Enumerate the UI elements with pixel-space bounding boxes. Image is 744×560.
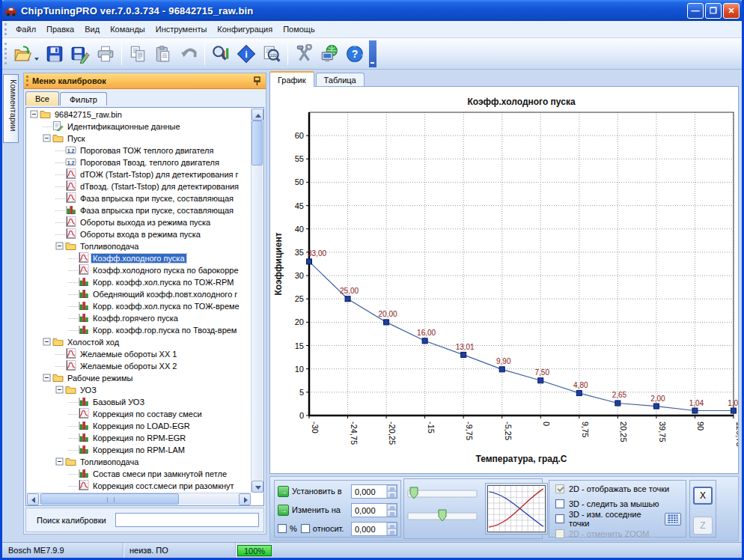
menu-6[interactable]: Помощь [278, 22, 320, 37]
option-checkbox-0[interactable] [555, 484, 564, 493]
tree-item[interactable]: Идентификационные данные [27, 121, 251, 133]
tree-item[interactable]: Фаза впрыска при пуске, составляющая [27, 192, 251, 204]
curve-preview[interactable] [485, 483, 548, 535]
tree-item[interactable]: Коррекция по LOAD-EGR [27, 420, 251, 432]
tree-item[interactable]: Корр. коэфф.гор.пуска по Твозд-врем [27, 324, 251, 336]
chart-panel[interactable]: Коэфф.холодного пуска0510152025303540455… [269, 86, 739, 474]
tab-graph[interactable]: График [269, 71, 314, 87]
tab-filter[interactable]: Фильтр [60, 92, 107, 106]
relative-checkbox[interactable] [301, 524, 310, 533]
slider-2[interactable] [407, 508, 479, 525]
spin-up-button[interactable] [387, 485, 397, 492]
apply-set-button[interactable]: → [278, 486, 289, 497]
tree-expand-toggle[interactable] [55, 386, 64, 395]
tree-item[interactable]: dТОЖ (Tstart-Tstop) для детектирования г [27, 168, 251, 180]
spin-down-button[interactable] [387, 529, 397, 535]
tree-item[interactable]: Рабочие режимы [27, 372, 251, 384]
tree-item[interactable]: Коррекция по RPM-LAM [27, 444, 251, 456]
menu-2[interactable]: Вид [79, 22, 105, 37]
tree-item[interactable]: Пуск [27, 133, 251, 144]
paste-button[interactable] [151, 41, 175, 67]
scroll-right-button[interactable] [239, 493, 251, 505]
tree-expand-toggle[interactable] [43, 134, 51, 144]
x-axis-button[interactable]: X [693, 487, 713, 505]
pin-icon[interactable] [253, 76, 261, 86]
menu-1[interactable]: Правка [41, 22, 79, 37]
slider-1[interactable] [407, 486, 479, 501]
open-file-button[interactable] [11, 41, 35, 67]
tree-item[interactable]: Обороты выхода из режима пуска [27, 216, 251, 228]
relative-spinner[interactable]: 0,000 [351, 522, 397, 536]
tree-item-selected[interactable]: Коэфф.холодного пуска [27, 252, 251, 264]
close-button[interactable]: ✕ [723, 3, 740, 19]
tree-expand-toggle[interactable] [55, 457, 64, 467]
tree-item[interactable]: Базовый УОЗ [27, 396, 251, 408]
tools-button[interactable] [292, 41, 316, 67]
open-file-dropdown-arrow[interactable] [34, 58, 39, 61]
print-button[interactable] [94, 41, 118, 67]
tree-item[interactable]: Топливоподача [27, 456, 251, 468]
chart-search-button[interactable] [209, 41, 233, 67]
tree-expand-toggle[interactable] [55, 242, 64, 252]
save-edit-button[interactable] [68, 41, 92, 67]
scroll-left-button[interactable] [27, 493, 39, 505]
option-checkbox-3[interactable] [555, 529, 564, 538]
maximize-button[interactable]: ❐ [705, 3, 722, 19]
tree-vertical-scrollbar[interactable] [251, 109, 263, 493]
option-checkbox-2[interactable] [555, 514, 564, 523]
change-by-spinner[interactable]: 0,000 [351, 503, 397, 517]
tree-item[interactable]: 1.2Пороговая Твозд. теплого двигателя [27, 156, 251, 168]
table-grid-button[interactable] [665, 513, 681, 526]
scroll-thumb[interactable] [40, 493, 179, 505]
option-checkbox-1[interactable] [555, 499, 564, 508]
percent-checkbox[interactable] [278, 524, 287, 533]
scroll-down-button[interactable] [251, 481, 263, 493]
spin-down-button[interactable] [387, 510, 397, 517]
comments-side-tab[interactable]: Комментарии [3, 74, 19, 143]
tree-item[interactable]: Состав смеси при замкнутой петле [27, 468, 251, 480]
undo-button[interactable] [177, 41, 201, 67]
spin-up-button[interactable] [387, 504, 397, 511]
menu-4[interactable]: Инструменты [150, 22, 213, 37]
web-update-button[interactable] [317, 41, 341, 67]
tree-expand-toggle[interactable] [30, 110, 38, 120]
tab-all[interactable]: Все [25, 91, 59, 106]
calibration-search-input[interactable] [115, 513, 259, 527]
zoom-preview-button[interactable]: 110 [260, 41, 284, 67]
tree-item[interactable]: Обороты входа в режима пуска [27, 228, 251, 240]
tree-item[interactable]: УОЗ [27, 384, 251, 396]
tree-item[interactable]: 96842715_raw.bin [27, 109, 251, 121]
menu-3[interactable]: Команды [105, 22, 150, 37]
tree-expand-toggle[interactable] [43, 374, 51, 383]
spin-up-button[interactable] [387, 523, 397, 529]
tree-horizontal-scrollbar[interactable] [27, 493, 251, 505]
menu-0[interactable]: Файл [10, 22, 41, 37]
minimize-button[interactable]: — [687, 3, 704, 19]
set-to-spinner[interactable]: 0,000 [351, 484, 397, 499]
tree-expand-toggle[interactable] [43, 338, 51, 347]
tree-item[interactable]: Коррекция сост.смеси при разомкнут [27, 480, 251, 492]
tab-table[interactable]: Таблица [316, 73, 365, 87]
scroll-thumb[interactable] [251, 121, 263, 165]
save-button[interactable] [43, 41, 67, 67]
tree-item[interactable]: dТвозд. (Tstart-Tstop) для детектировани… [27, 180, 251, 192]
tree-item[interactable]: Желаемые обороты ХХ 2 [27, 360, 251, 372]
menu-5[interactable]: Конфигурация [212, 22, 278, 37]
copy-button[interactable] [126, 41, 150, 67]
info-button[interactable]: i [234, 41, 258, 67]
tree-item[interactable]: Коэфф.горячего пуска [27, 312, 251, 324]
tree-item[interactable]: Корр. коэфф.хол.пуска по ТОЖ-RPM [27, 276, 251, 288]
tree-item[interactable]: Желаемые обороты ХХ 1 [27, 348, 251, 360]
spin-down-button[interactable] [387, 491, 397, 498]
tree-item[interactable]: Топливоподача [27, 240, 251, 252]
tree-item[interactable]: Коррекция по RPM-EGR [27, 432, 251, 444]
toolbar-overflow-chevron[interactable] [369, 40, 376, 67]
tree-item[interactable]: Корр. коэфф.хол.пуска по ТОЖ-време [27, 300, 251, 312]
z-axis-button[interactable]: Z [693, 517, 713, 535]
help-button[interactable]: ? [343, 41, 367, 67]
apply-change-button[interactable]: → [278, 505, 289, 516]
tree-item[interactable]: 1.2Пороговая ТОЖ теплого двигателя [27, 144, 251, 156]
tree-item[interactable]: Холостой ход [27, 336, 251, 348]
tree-item[interactable]: Коэфф.холодного пуска по барокорре [27, 264, 251, 276]
tree-item[interactable]: Обедняющий коэфф.повт.холодного г [27, 288, 251, 300]
